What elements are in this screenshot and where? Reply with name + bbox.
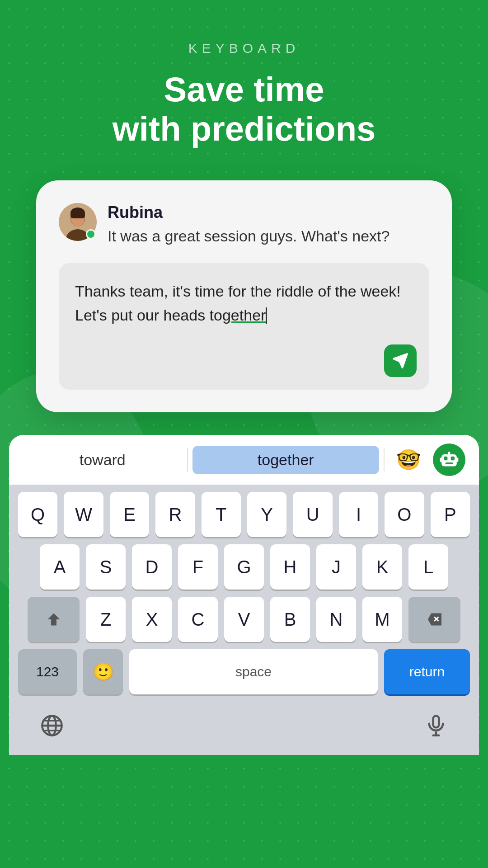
svg-rect-6 [441,454,457,466]
mic-icon-button[interactable] [420,710,452,741]
prediction-emoji[interactable]: 🤓 [389,448,428,472]
chat-received-message: It was a great session guys. What's next… [108,226,429,247]
key-row-3: Z X C V B N M [18,597,470,642]
globe-icon-button[interactable] [36,710,68,741]
chat-username: Rubina [108,203,429,222]
prediction-word-2[interactable]: together [192,446,380,474]
microphone-icon [424,714,448,737]
key-U[interactable]: U [293,492,332,537]
title-line1: Save time [164,70,324,108]
key-X[interactable]: X [132,597,172,642]
key-H[interactable]: H [270,544,310,590]
svg-rect-7 [444,457,447,460]
keys-area: Q W E R T Y U I O P A S D F G H J K L [9,485,479,705]
key-Z[interactable]: Z [86,597,126,642]
key-G[interactable]: G [224,544,264,590]
key-E[interactable]: E [110,492,149,537]
key-J[interactable]: J [316,544,356,590]
svg-rect-12 [456,458,459,462]
key-A[interactable]: A [40,544,80,590]
key-T[interactable]: T [202,492,241,537]
key-R[interactable]: R [155,492,195,537]
key-F[interactable]: F [178,544,218,590]
key-return[interactable]: return [384,649,470,694]
key-K[interactable]: K [362,544,402,590]
key-N[interactable]: N [316,597,356,642]
key-W[interactable]: W [64,492,103,537]
key-Y[interactable]: Y [247,492,286,537]
chat-header: Rubina It was a great session guys. What… [59,203,429,247]
key-space[interactable]: space [129,649,378,694]
top-section: KEYBOARD Save time with predictions [0,0,488,149]
key-row-2: A S D F G H J K L [18,544,470,590]
chat-info: Rubina It was a great session guys. What… [108,203,429,247]
key-D[interactable]: D [132,544,172,590]
key-L[interactable]: L [408,544,448,590]
key-P[interactable]: P [431,492,470,537]
globe-icon [40,714,64,737]
svg-rect-5 [70,212,85,218]
title-line2: with predictions [113,109,376,148]
key-C[interactable]: C [178,597,218,642]
online-status-dot [86,229,96,239]
avatar-container [59,203,97,241]
prediction-divider [187,448,188,472]
key-V[interactable]: V [224,597,264,642]
key-row-4: 123 🙂 space return [18,649,470,694]
prediction-word-1[interactable]: toward [23,451,183,469]
backspace-key[interactable] [408,597,460,642]
bottom-toolbar [9,705,479,746]
prediction-bar: toward together 🤓 [9,435,479,485]
key-B[interactable]: B [270,597,310,642]
draft-message: Thanks team, it's time for the riddle of… [75,279,413,327]
keyboard-label: KEYBOARD [0,41,488,56]
key-emoji[interactable]: 🙂 [83,649,123,694]
prediction-divider-2 [384,448,385,472]
send-button[interactable] [384,344,417,377]
svg-rect-20 [433,716,439,728]
chat-card: Rubina It was a great session guys. What… [36,180,452,413]
key-I[interactable]: I [339,492,378,537]
svg-rect-8 [451,457,455,460]
key-num[interactable]: 123 [18,649,77,694]
key-S[interactable]: S [86,544,126,590]
robot-icon-button[interactable] [433,443,465,476]
key-M[interactable]: M [362,597,402,642]
shift-key[interactable] [28,597,80,642]
svg-rect-11 [440,458,442,462]
keyboard-container: toward together 🤓 Q W E R T Y [9,435,479,755]
main-title: Save time with predictions [0,70,488,149]
key-row-1: Q W E R T Y U I O P [18,492,470,537]
text-input-area[interactable]: Thanks team, it's time for the riddle of… [59,263,429,390]
key-O[interactable]: O [385,492,424,537]
key-Q[interactable]: Q [18,492,57,537]
svg-rect-10 [448,452,450,455]
svg-rect-9 [446,462,453,464]
